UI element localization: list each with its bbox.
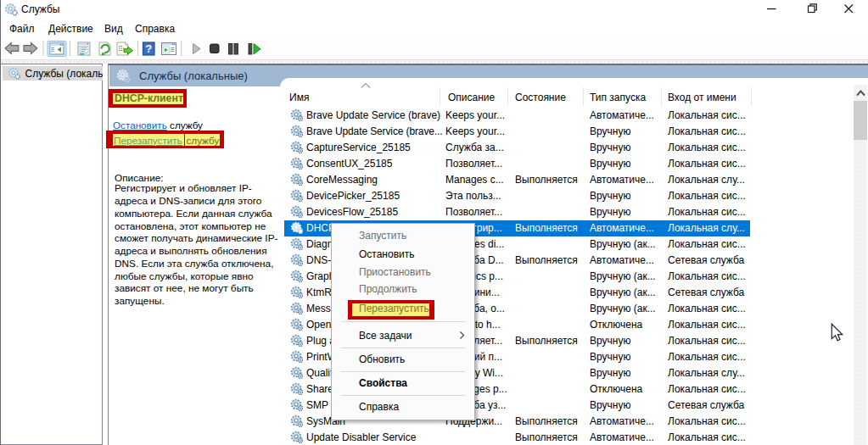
svg-text:?: ? — [145, 42, 152, 55]
